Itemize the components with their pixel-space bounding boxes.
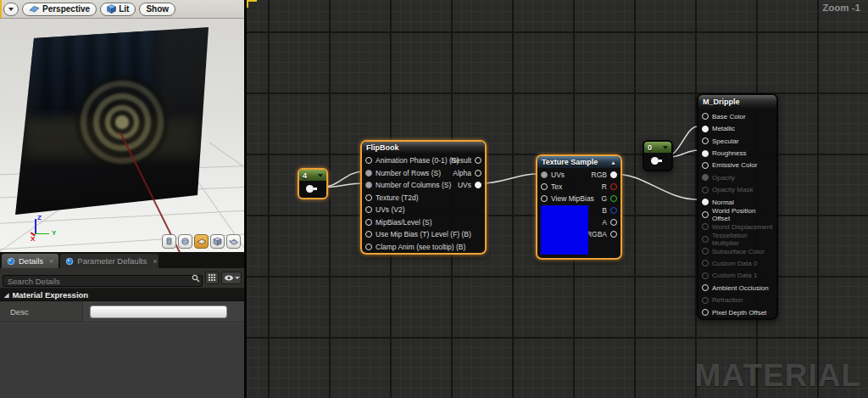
number-of-columns-s-pin[interactable] [365,182,372,188]
rgba-pin[interactable] [610,231,617,238]
details-empty-area [0,322,244,398]
ambient-occlusion-pin[interactable] [702,284,709,291]
metallic-pin[interactable] [702,126,709,132]
tab-parameter-defaults[interactable]: Parameter Defaults × [60,254,159,268]
roughness-pin[interactable] [702,150,709,157]
b-pin[interactable] [610,207,617,214]
node-title: M_Dripple [703,98,740,106]
pin-label: Clamp Anim (see tooltip) (B) [376,243,465,251]
refraction-pin[interactable] [702,297,709,304]
texture-preview [541,205,588,255]
use-mip-bias-t-level-f-b-pin[interactable] [365,231,372,238]
a-pin[interactable] [610,219,617,226]
preview-viewport[interactable]: Z Y X [0,19,244,252]
world-position-offset-pin[interactable] [702,211,709,218]
constant-output-pin[interactable] [651,157,659,165]
constant-output-pin[interactable] [306,185,314,193]
uvs-pin[interactable] [541,171,548,178]
pin-row: MipBias/Level (S) [364,216,473,229]
material-graph-canvas[interactable]: Zoom -1 MATERIAL 4 FlipBook [247,0,868,398]
result-pin[interactable] [475,157,481,164]
close-icon[interactable]: × [49,257,53,266]
sphere-shape-button[interactable] [178,234,192,249]
base-color-pin[interactable] [702,113,709,120]
pin-label: UVs (V2) [376,205,404,214]
desc-input[interactable] [90,306,227,318]
perspective-button[interactable]: Perspective [22,3,97,16]
x-axis-label: X [31,235,35,243]
show-label: Show [146,4,169,14]
pin-row: G [585,193,619,205]
chevron-down-icon [663,146,668,149]
pin-label: Subsurface Color [712,248,765,255]
teapot-shape-button[interactable] [226,234,241,249]
custom-data-1-pin[interactable] [702,272,709,279]
constant-0-node[interactable]: 0 [643,140,673,171]
chevron-down-icon [8,8,14,11]
pin-label: MipBias/Level (S) [376,218,432,227]
pin-label: UVs [551,171,565,179]
subsurface-color-pin[interactable] [702,248,709,255]
tex-pin[interactable] [541,183,548,190]
emissive-color-pin[interactable] [702,162,709,169]
world-displacement-pin[interactable] [702,223,709,230]
material-expression-section[interactable]: ◢ Material Expression [0,289,244,301]
constant-4-node[interactable]: 4 [298,168,328,199]
texture-sample-node[interactable]: Texture Sample ▲ UVsTexView MipBias RGBR… [536,154,622,260]
viewport-options-button[interactable] [3,3,19,16]
pin-label: Specular [712,137,739,145]
pin-label: RGBA [587,230,607,238]
plane-shape-button[interactable] [194,234,209,249]
mipbias-level-s-pin[interactable] [365,219,372,226]
sphere-icon [181,237,190,246]
clamp-anim-see-tooltip-b-pin[interactable] [365,244,372,250]
flipbook-node[interactable]: FlipBook Animation Phase (0-1) (S)Number… [360,140,487,255]
pixel-depth-offset-pin[interactable] [702,309,709,316]
opacity-mask-pin[interactable] [702,187,709,193]
custom-data-0-pin[interactable] [702,260,709,266]
preview-details-panel: Perspective Lit Show [0,0,244,398]
tab-details-label: Details [19,256,43,266]
material-result-node[interactable]: M_Dripple Base ColorMetallicSpecularRoug… [697,93,778,320]
pin-row: Result [449,154,483,167]
z-axis-label: Z [37,214,42,221]
show-button[interactable]: Show [139,3,175,16]
g-pin[interactable] [610,195,617,202]
display-filter-button[interactable] [205,272,219,284]
pin-row: Custom Data 1 [700,270,776,282]
search-details-input[interactable] [3,275,203,287]
view-mipbias-pin[interactable] [541,195,548,202]
tab-details[interactable]: Details × [2,254,58,268]
collapse-icon[interactable]: ▲ [610,160,616,165]
pin-label: Opacity [712,174,735,182]
r-pin[interactable] [610,183,617,190]
pin-row: Tessellation Multiplier [700,233,776,244]
cylinder-shape-button[interactable] [162,234,176,249]
axis-gizmo: Z Y X [24,212,61,243]
pin-label: Refraction [712,296,743,304]
uvs-pin[interactable] [475,182,481,188]
constant-value: 0 [648,143,652,152]
pin-row: UVs [449,179,483,192]
texture-t2d-pin[interactable] [365,194,372,201]
alpha-pin[interactable] [475,170,481,177]
view-options-button[interactable] [221,272,242,284]
teapot-icon [229,237,239,246]
specular-pin[interactable] [702,137,709,144]
cylinder-icon [164,237,174,246]
animation-phase-0-1-s-pin[interactable] [365,157,372,164]
uvs-v2-pin[interactable] [365,206,372,213]
normal-pin[interactable] [702,199,709,205]
cube-shape-button[interactable] [210,234,225,249]
eye-icon [224,274,234,282]
lit-button[interactable]: Lit [100,3,136,16]
opacity-pin[interactable] [702,174,709,181]
rgb-pin[interactable] [610,171,617,178]
pin-row: B [585,205,619,216]
close-icon[interactable]: × [153,257,157,266]
tessellation-multiplier-pin[interactable] [702,236,709,243]
panel-accent-bar [0,0,2,18]
number-of-rows-s-pin[interactable] [365,170,372,177]
graph-focus-corner [247,0,248,8]
pin-label: Base Color [712,113,746,121]
